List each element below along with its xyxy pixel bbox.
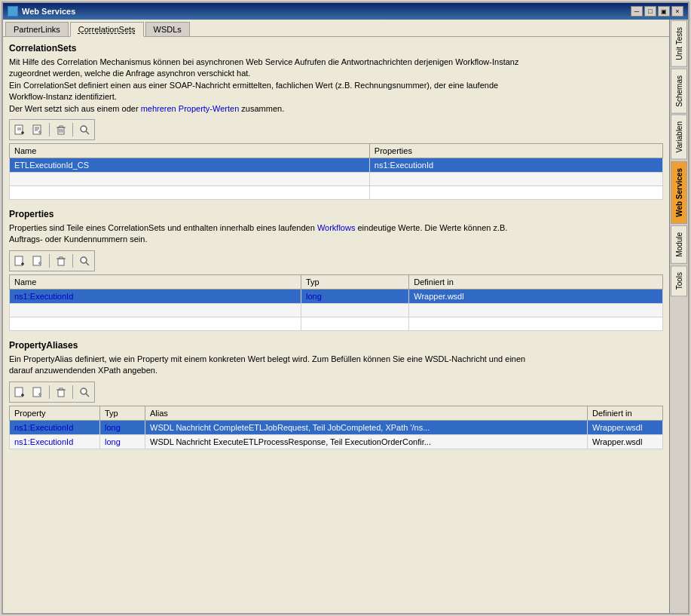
side-panel: Unit Tests Schemas Variablen Web Service… bbox=[669, 20, 688, 613]
svg-rect-32 bbox=[60, 388, 63, 390]
prop-desc1-pre: Properties sind Teile eines CorrelationS… bbox=[9, 223, 317, 232]
tab-correlationsets[interactable]: CorrelationSets bbox=[70, 22, 144, 37]
prop-col-defined: Definiert in bbox=[409, 274, 663, 289]
correlationsets-desc: Mit Hilfe des Correlation Mechanismus kö… bbox=[9, 57, 663, 115]
tools-label: Tools bbox=[675, 272, 683, 290]
svg-point-24 bbox=[81, 257, 87, 263]
pa-col-property: Property bbox=[10, 406, 100, 420]
correlationsets-section: CorrelationSets Mit Hilfe des Correlatio… bbox=[9, 43, 663, 200]
prop-new-button[interactable] bbox=[11, 253, 28, 269]
schemas-label: Schemas bbox=[675, 75, 683, 107]
prop-col-typ: Typ bbox=[301, 274, 408, 289]
svg-rect-30 bbox=[58, 390, 64, 397]
prop-edit-button[interactable] bbox=[29, 253, 46, 269]
side-tab-module[interactable]: Module bbox=[671, 225, 687, 264]
title-bar-left: Web Services bbox=[8, 6, 75, 17]
pa-toolbar bbox=[9, 382, 95, 403]
properties-section: Properties Properties sind Teile eines C… bbox=[9, 209, 663, 331]
web-services-label: Web Services bbox=[675, 168, 683, 217]
pa-cell-alias-2: WSDL Nachricht ExecuteETLProcessResponse… bbox=[145, 434, 588, 449]
cs-toolbar-sep1 bbox=[49, 123, 50, 136]
title-bar: Web Services ─ □ ▣ × bbox=[3, 3, 688, 20]
prop-empty-row2 bbox=[10, 317, 663, 330]
side-tab-schemas[interactable]: Schemas bbox=[671, 69, 687, 114]
prop-link[interactable]: Workflows bbox=[317, 223, 356, 232]
cs-col-properties: Properties bbox=[369, 143, 662, 158]
pa-table: Property Typ Alias Definiert in ns1:Exec… bbox=[9, 406, 663, 449]
cs-empty-row bbox=[10, 172, 663, 185]
prop-cell-typ-1: long bbox=[301, 289, 408, 303]
prop-table: Name Typ Definiert in ns1:ExecutionId lo… bbox=[9, 274, 663, 331]
svg-rect-23 bbox=[60, 257, 63, 259]
prop-desc2: Auftrags- oder Kundennummern sein. bbox=[9, 234, 147, 244]
svg-point-33 bbox=[81, 388, 87, 394]
main-window: Web Services ─ □ ▣ × PartnerLinks Correl… bbox=[2, 2, 689, 614]
cs-row-1[interactable]: ETLExecutionId_CS ns1:ExecutionId bbox=[10, 158, 663, 172]
pa-desc2: darauf anzuwendenden XPath angeben. bbox=[9, 366, 157, 375]
close-button[interactable]: × bbox=[671, 6, 683, 17]
correlationsets-title: CorrelationSets bbox=[9, 43, 663, 54]
prop-cell-name-1: ns1:ExecutionId bbox=[10, 289, 301, 303]
maximize-button[interactable]: □ bbox=[644, 6, 656, 17]
svg-line-16 bbox=[86, 131, 89, 134]
cs-edit-button[interactable] bbox=[29, 121, 46, 138]
side-tab-variables[interactable]: Variablen bbox=[671, 115, 687, 160]
cs-desc2: zugeordnet werden, welche die Anfrage as… bbox=[9, 69, 250, 78]
cs-desc4: Workflow-Instanz identifiziert. bbox=[9, 92, 117, 101]
cs-cell-properties-1: ns1:ExecutionId bbox=[369, 158, 662, 172]
side-tab-tools[interactable]: Tools bbox=[671, 265, 687, 296]
side-tab-unit-tests[interactable]: Unit Tests bbox=[671, 20, 687, 67]
cs-table: Name Properties ETLExecutionId_CS ns1:Ex… bbox=[9, 143, 663, 200]
pa-desc1: Ein PropertyAlias definiert, wie ein Pro… bbox=[9, 354, 525, 363]
prop-cell-defined-1: Wrapper.wsdl bbox=[409, 289, 663, 303]
cs-new-button[interactable] bbox=[11, 121, 28, 138]
restore-button[interactable]: ▣ bbox=[658, 6, 670, 17]
pa-cell-defined-1: Wrapper.wsdl bbox=[588, 420, 663, 434]
pa-row-2[interactable]: ns1:ExecutionId long WSDL Nachricht Exec… bbox=[10, 434, 663, 449]
cs-link[interactable]: mehreren Property-Werten bbox=[141, 104, 240, 113]
prop-row-1[interactable]: ns1:ExecutionId long Wrapper.wsdl bbox=[10, 289, 663, 303]
tab-partnerlinks[interactable]: PartnerLinks bbox=[5, 22, 69, 36]
prop-empty-row bbox=[10, 303, 663, 317]
prop-toolbar-sep1 bbox=[49, 254, 50, 268]
pa-delete-button[interactable] bbox=[53, 384, 69, 400]
prop-col-name: Name bbox=[10, 274, 301, 289]
properties-desc: Properties sind Teile eines CorrelationS… bbox=[9, 222, 663, 246]
pa-col-alias: Alias bbox=[145, 406, 588, 420]
cs-col-name: Name bbox=[10, 143, 370, 158]
propertyaliases-title: PropertyAliases bbox=[9, 340, 663, 351]
pa-col-typ: Typ bbox=[100, 406, 145, 420]
pa-toolbar-sep2 bbox=[72, 385, 73, 399]
title-controls: ─ □ ▣ × bbox=[631, 6, 683, 17]
pa-row-1[interactable]: ns1:ExecutionId long WSDL Nachricht Comp… bbox=[10, 420, 663, 434]
minimize-button[interactable]: ─ bbox=[631, 6, 643, 17]
pa-cell-property-1: ns1:ExecutionId bbox=[10, 420, 100, 434]
cs-delete-button[interactable] bbox=[53, 121, 69, 138]
module-label: Module bbox=[675, 232, 683, 257]
prop-delete-button[interactable] bbox=[53, 253, 69, 269]
cs-search-button[interactable] bbox=[76, 121, 93, 138]
pa-cell-defined-2: Wrapper.wsdl bbox=[588, 434, 663, 449]
pa-cell-property-2: ns1:ExecutionId bbox=[10, 434, 100, 449]
pa-cell-typ-1: long bbox=[100, 420, 145, 434]
cs-toolbar bbox=[9, 119, 95, 140]
propertyaliases-section: PropertyAliases Ein PropertyAlias defini… bbox=[9, 340, 663, 449]
pa-col-defined: Definiert in bbox=[588, 406, 663, 420]
pa-search-button[interactable] bbox=[76, 384, 93, 400]
side-tab-web-services[interactable]: Web Services bbox=[671, 161, 687, 224]
prop-desc1-post: eindeutige Werte. Die Werte können z.B. bbox=[355, 223, 507, 232]
window-title: Web Services bbox=[22, 7, 75, 16]
svg-point-15 bbox=[81, 126, 87, 132]
prop-toolbar bbox=[9, 250, 95, 271]
pa-edit-button[interactable] bbox=[29, 384, 46, 400]
cs-desc1: Mit Hilfe des Correlation Mechanismus kö… bbox=[9, 57, 518, 66]
pa-new-button[interactable] bbox=[11, 384, 28, 400]
cs-toolbar-sep2 bbox=[72, 123, 73, 136]
tab-wsdls[interactable]: WSDLs bbox=[145, 22, 190, 36]
variables-label: Variablen bbox=[675, 121, 683, 153]
propertyaliases-desc: Ein PropertyAlias definiert, wie ein Pro… bbox=[9, 354, 663, 377]
properties-title: Properties bbox=[9, 209, 663, 219]
content-area: CorrelationSets Mit Hilfe des Correlatio… bbox=[3, 37, 669, 613]
pa-toolbar-sep1 bbox=[49, 385, 50, 399]
prop-search-button[interactable] bbox=[76, 253, 93, 269]
